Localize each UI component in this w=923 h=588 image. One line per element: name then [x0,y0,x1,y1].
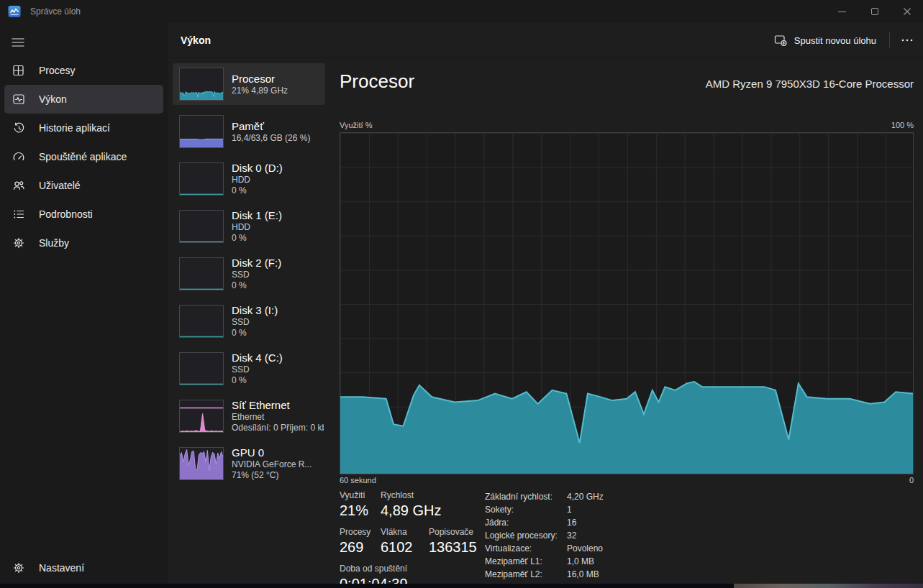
disk2-mini-chart [179,257,224,290]
perf-item-disk1[interactable]: Disk 1 (E:) HDD 0 % [173,206,325,247]
detail-label: Virtualizace: [485,542,567,555]
perf-item-disk0[interactable]: Disk 0 (D:) HDD 0 % [173,158,325,200]
perf-item-sub2: Odesílání: 0 Příjem: 0 kb [232,423,324,433]
settings-gear-icon [12,561,26,575]
perf-item-gpu[interactable]: GPU 0 NVIDIA GeForce R... 71% (52 °C) [173,443,325,484]
stat-label: Procesy [340,527,370,538]
detail-value: 4,20 GHz [567,490,758,503]
perf-item-sub2: 0 % [232,375,324,386]
perf-item-title: Disk 4 (C:) [232,352,324,364]
disk3-mini-chart [179,305,224,338]
chart-axis-top: Využití % 100 % [340,121,914,129]
services-cog-icon [12,236,26,250]
users-icon [12,178,26,193]
sidebar-item-services[interactable]: Služby [4,229,163,257]
stat-value: 4,89 GHz [381,501,441,520]
perf-item-ethernet[interactable]: Síť Ethernet Ethernet Odesílání: 0 Příje… [173,395,325,437]
sidebar-item-performance[interactable]: Výkon [4,85,163,114]
perf-item-sub: NVIDIA GeForce R... [232,459,324,470]
close-icon [903,7,911,16]
stat-label: Popisovače [429,527,477,538]
page-title: Výkon [181,23,211,58]
perf-item-cpu[interactable]: Procesor 21% 4,89 GHz [173,63,325,105]
disk0-mini-chart [179,162,224,196]
sidebar-item-startup-apps[interactable]: Spouštěné aplikace [4,142,163,171]
sidebar-item-settings[interactable]: Nastavení [4,553,163,582]
perf-item-memory[interactable]: Paměť 16,4/63,6 GB (26 %) [173,111,325,152]
perf-item-sub: SSD [232,270,324,280]
detail-value: 1,0 MB [567,555,758,568]
cpu-usage-chart [340,132,914,474]
titlebar: Správce úloh [0,0,923,23]
detail-label: Mezipaměť L2: [485,568,567,581]
sidebar-item-processes[interactable]: Procesy [4,56,163,85]
sidebar: Procesy Výkon Historie aplikací Spouštěn… [0,23,168,584]
sidebar-item-label: Výkon [39,93,67,105]
perf-item-title: Paměť [232,120,324,133]
disk4-mini-chart [179,352,224,385]
cpu-model-name: AMD Ryzen 9 7950X3D 16-Core Processor [706,78,914,93]
perf-item-sub2: 0 % [232,185,324,196]
stat-utilization: Využití 21% [340,490,368,520]
minimize-icon [838,12,846,12]
perf-item-title: Disk 2 (F:) [232,257,324,270]
cpu-details: Základní rychlost:4,20 GHz Sokety:1 Jádr… [485,490,758,588]
perf-item-disk4[interactable]: Disk 4 (C:) SSD 0 % [173,348,325,390]
maximize-button[interactable] [858,0,891,23]
stat-handles: Popisovače 136315 [429,527,477,556]
desktop-edge-strip [0,584,923,588]
run-new-task-button[interactable]: Spustit novou úlohu [764,28,886,52]
detail-value: 1 [567,503,758,516]
detail-value: 32 [567,529,758,542]
toolbar-separator [889,32,890,48]
sidebar-item-label: Uživatelé [39,180,81,191]
sidebar-item-users[interactable]: Uživatelé [4,171,163,200]
sidebar-item-details[interactable]: Podrobnosti [4,200,163,229]
x-axis-left-label: 60 sekund [340,476,376,484]
detail-value: 16,0 MB [567,568,758,581]
desktop-wallpaper-sliver [734,584,923,588]
close-button[interactable] [891,0,923,23]
perf-item-sub: HDD [232,222,324,233]
stat-value: 136315 [429,538,477,556]
stat-label: Využití [340,490,368,501]
task-manager-window: Správce úloh Procesy [0,0,923,588]
history-clock-icon [12,121,26,135]
performance-pulse-icon [12,92,26,106]
perf-item-title: Disk 3 (I:) [232,304,324,317]
detail-label: Mezipaměť L1: [485,555,567,568]
perf-item-sub: SSD [232,364,324,375]
toolbar: Výkon Spustit novou úlohu [168,23,923,58]
y-axis-max-label: 100 % [891,121,914,129]
perf-item-disk3[interactable]: Disk 3 (I:) SSD 0 % [173,300,325,342]
y-axis-label: Využití % [340,121,372,129]
perf-item-disk2[interactable]: Disk 2 (F:) SSD 0 % [173,253,325,295]
sidebar-item-label: Spouštěné aplikace [39,151,127,162]
perf-item-sub2: 0 % [232,328,324,339]
task-manager-app-icon [8,5,21,18]
menu-toggle-button[interactable] [4,30,32,55]
perf-item-title: GPU 0 [232,446,324,459]
perf-item-title: Disk 1 (E:) [232,209,324,222]
memory-mini-chart [179,115,224,148]
stat-value: 269 [340,538,370,556]
cpu-usage-area-series [340,133,913,474]
cpu-panel-header: Procesor AMD Ryzen 9 7950X3D 16-Core Pro… [340,70,914,93]
sidebar-item-app-history[interactable]: Historie aplikací [4,114,163,142]
startup-gauge-icon [12,150,26,164]
stat-label: Doba od spuštění [340,564,408,574]
perf-item-sub2: 0 % [232,233,324,244]
stat-value: 6102 [381,538,413,556]
sidebar-item-label: Nastavení [39,562,84,574]
details-list-icon [12,207,26,221]
cpu-mini-chart [179,68,224,101]
sidebar-item-label: Historie aplikací [39,122,110,134]
more-options-button[interactable] [893,28,922,52]
stat-threads: Vlákna 6102 [381,527,413,556]
minimize-button[interactable] [826,0,858,23]
detail-label: Logické procesory: [485,529,567,542]
perf-item-sub: 16,4/63,6 GB (26 %) [232,133,324,144]
content-area: Výkon Spustit novou úlohu [168,23,923,584]
x-axis-right-label: 0 [909,476,914,484]
performance-list: Procesor 21% 4,89 GHz Paměť 16,4/63,6 GB… [173,63,325,490]
